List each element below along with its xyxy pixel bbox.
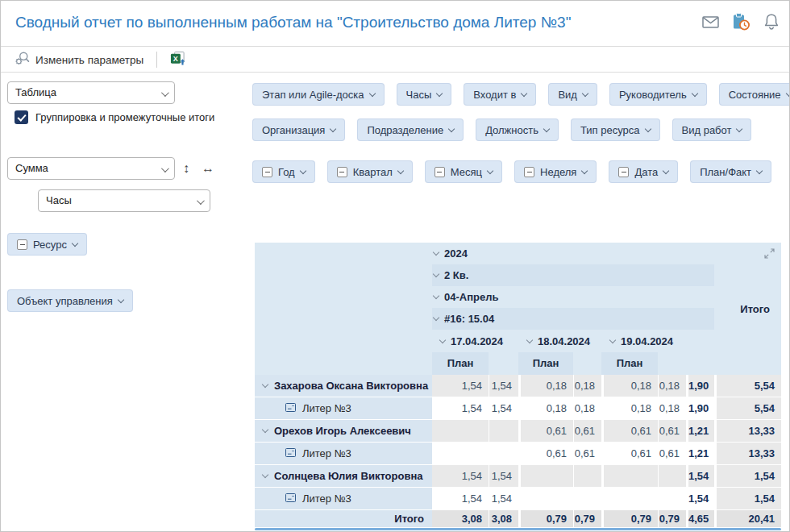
value-cell: 1,21	[686, 420, 714, 443]
collapse-chevron-icon[interactable]	[262, 472, 268, 478]
row-label-text: Солнцева Юлия Викторовна	[274, 465, 423, 487]
row-dimensions: Ресурс Объект управления	[7, 233, 133, 312]
view-mode-select[interactable]: Таблица	[7, 81, 175, 104]
vertical-orientation-icon[interactable]: ↕	[183, 157, 189, 180]
grouping-checkbox-row[interactable]: Группировка и промежуточные итоги	[15, 110, 214, 124]
column-dim-chip[interactable]: Месяц	[425, 160, 502, 183]
table-row: Литер №31,541,540,180,180,180,181,905,54	[255, 397, 781, 420]
filter-chip[interactable]: Тип ресурса	[571, 118, 660, 141]
value-cell: 1,54	[489, 488, 518, 510]
chevron-down-icon	[299, 167, 306, 173]
pivot-body: Захарова Оксана Викторовна1,541,540,180,…	[255, 375, 781, 528]
collapse-minus-icon[interactable]	[618, 167, 629, 177]
value-cell: 20,41	[714, 510, 781, 528]
header-quarter[interactable]: 2 Кв.	[434, 264, 468, 286]
filter-chip[interactable]: Должность	[476, 118, 559, 141]
filter-chip[interactable]: Этап или Agile-доска	[252, 83, 385, 106]
page-title: Сводный отчет по выполненным работам на …	[15, 14, 571, 31]
filter-chip[interactable]: Вид	[548, 83, 597, 106]
value-cell: 5,54	[714, 397, 781, 420]
value-cell	[518, 465, 573, 488]
row-label[interactable]: Литер №3	[255, 397, 432, 420]
row-label-text: Литер №3	[302, 397, 351, 419]
value-cell: 1,21	[686, 443, 714, 465]
header-week[interactable]: #16: 15.04	[434, 308, 494, 330]
value-cell	[658, 465, 686, 488]
collapse-chevron-icon[interactable]	[433, 293, 439, 299]
collapse-chevron-icon[interactable]	[433, 314, 439, 321]
collapse-minus-icon[interactable]	[524, 167, 534, 177]
filter-chip[interactable]: Состояние	[719, 83, 790, 106]
collapse-chevron-icon[interactable]	[439, 336, 446, 343]
value-cell: 0,79	[573, 510, 601, 528]
row-dim-chip[interactable]: Объект управления	[7, 289, 133, 312]
value-cell	[573, 488, 601, 510]
column-dim-chip[interactable]: План/Факт	[690, 160, 771, 183]
value-cell: 0,18	[518, 397, 573, 420]
toolbar-separator	[156, 52, 157, 68]
aggregate-select[interactable]: Сумма	[7, 157, 175, 180]
filter-chip[interactable]: Входит в	[464, 83, 536, 106]
value-cell: 1,90	[686, 375, 714, 397]
row-label[interactable]: Захарова Оксана Викторовна	[255, 375, 432, 397]
measure-select[interactable]: Часы	[38, 189, 210, 212]
chevron-down-icon	[487, 167, 493, 173]
header-date-3[interactable]: 19.04.2024	[610, 330, 673, 352]
column-dim-chip[interactable]: Квартал	[327, 160, 413, 183]
column-dim-chip[interactable]: Дата	[609, 160, 678, 183]
collapse-chevron-icon[interactable]	[433, 271, 439, 277]
table-row: Орехов Игорь Алексеевич0,610,610,610,611…	[255, 420, 781, 443]
chevron-down-icon	[118, 296, 124, 302]
column-dim-chip[interactable]: Неделя	[514, 160, 597, 183]
horizontal-orientation-icon[interactable]: ↔	[202, 157, 214, 180]
header-month[interactable]: 04-Апрель	[434, 286, 498, 308]
clipboard-clock-icon[interactable]	[731, 11, 750, 32]
row-label[interactable]: Литер №3	[255, 488, 432, 510]
header-date-2[interactable]: 18.04.2024	[527, 330, 590, 352]
mail-icon[interactable]	[701, 11, 720, 32]
expand-table-icon[interactable]	[763, 247, 776, 260]
table-row: Захарова Оксана Викторовна1,541,540,180,…	[255, 375, 781, 397]
filter-chip-label: Тип ресурса	[580, 124, 640, 136]
grouping-checkbox[interactable]	[15, 110, 28, 124]
value-cell: 0,61	[601, 443, 658, 465]
collapse-minus-icon[interactable]	[262, 167, 272, 177]
collapse-chevron-icon[interactable]	[262, 381, 268, 388]
chevron-down-icon	[581, 167, 588, 173]
header-year[interactable]: 2024	[434, 243, 468, 264]
chevron-down-icon	[448, 125, 455, 131]
column-dim-chip[interactable]: Год	[252, 160, 315, 183]
document-card-icon	[285, 397, 296, 419]
chevron-down-icon	[72, 239, 78, 246]
header-date-1[interactable]: 17.04.2024	[440, 330, 503, 352]
value-cell: 1,90	[686, 397, 714, 420]
row-dim-chip[interactable]: Ресурс	[7, 233, 87, 256]
collapse-minus-icon[interactable]	[17, 239, 27, 250]
collapse-chevron-icon[interactable]	[526, 336, 533, 343]
row-dim-label: Объект управления	[17, 295, 113, 307]
notifications-bell-icon[interactable]	[762, 11, 781, 32]
pivot-table: 2024 2 Кв. 04-Апрель #16: 15.04 17.04.20…	[255, 243, 781, 528]
filter-chip[interactable]: Подразделение	[357, 118, 464, 141]
collapse-minus-icon[interactable]	[337, 167, 347, 177]
change-parameters-button[interactable]: Изменить параметры	[14, 51, 143, 69]
row-label[interactable]: Орехов Игорь Алексеевич	[255, 420, 432, 443]
collapse-chevron-icon[interactable]	[262, 426, 268, 433]
filter-chip-label: Руководитель	[619, 89, 687, 101]
export-excel-button[interactable]: X	[170, 51, 185, 69]
filter-chip[interactable]: Организация	[252, 118, 345, 141]
collapse-minus-icon[interactable]	[434, 167, 445, 177]
filter-chip[interactable]: Вид работ	[672, 118, 752, 141]
value-cell: 0,18	[573, 375, 601, 397]
measure-value: Часы	[46, 194, 72, 206]
filter-chip[interactable]: Руководитель	[609, 83, 707, 106]
value-cell: 0,61	[601, 420, 658, 443]
value-cell	[489, 443, 518, 465]
filter-chip[interactable]: Часы	[397, 83, 452, 106]
collapse-chevron-icon[interactable]	[433, 249, 439, 256]
row-label[interactable]: Солнцева Юлия Викторовна	[255, 465, 432, 488]
row-label[interactable]: Литер №3	[255, 443, 432, 465]
collapse-chevron-icon[interactable]	[609, 336, 616, 343]
value-cell: 0,79	[601, 510, 658, 528]
horizontal-scrollbar[interactable]	[255, 528, 781, 530]
